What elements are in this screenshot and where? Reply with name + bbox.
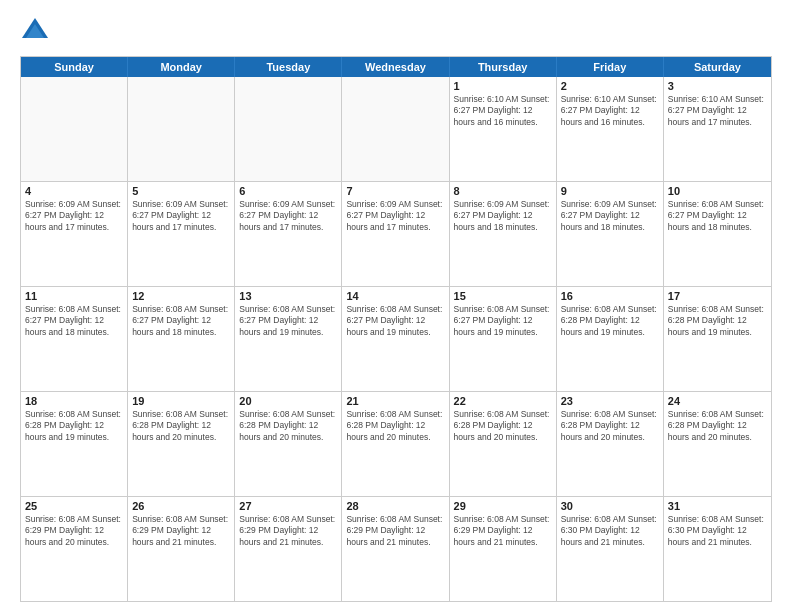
calendar-row-1: 4Sunrise: 6:09 AM Sunset: 6:27 PM Daylig… <box>21 182 771 287</box>
day-info: Sunrise: 6:08 AM Sunset: 6:29 PM Dayligh… <box>454 514 552 548</box>
day-cell-17: 17Sunrise: 6:08 AM Sunset: 6:28 PM Dayli… <box>664 287 771 391</box>
day-number: 22 <box>454 395 552 407</box>
day-number: 5 <box>132 185 230 197</box>
day-number: 16 <box>561 290 659 302</box>
day-cell-3: 3Sunrise: 6:10 AM Sunset: 6:27 PM Daylig… <box>664 77 771 181</box>
empty-cell <box>342 77 449 181</box>
day-cell-8: 8Sunrise: 6:09 AM Sunset: 6:27 PM Daylig… <box>450 182 557 286</box>
day-number: 13 <box>239 290 337 302</box>
day-info: Sunrise: 6:08 AM Sunset: 6:27 PM Dayligh… <box>25 304 123 338</box>
day-info: Sunrise: 6:08 AM Sunset: 6:28 PM Dayligh… <box>25 409 123 443</box>
header <box>20 16 772 46</box>
header-day-wednesday: Wednesday <box>342 57 449 77</box>
day-number: 29 <box>454 500 552 512</box>
day-info: Sunrise: 6:09 AM Sunset: 6:27 PM Dayligh… <box>25 199 123 233</box>
header-day-sunday: Sunday <box>21 57 128 77</box>
day-cell-23: 23Sunrise: 6:08 AM Sunset: 6:28 PM Dayli… <box>557 392 664 496</box>
day-number: 11 <box>25 290 123 302</box>
empty-cell <box>21 77 128 181</box>
day-cell-29: 29Sunrise: 6:08 AM Sunset: 6:29 PM Dayli… <box>450 497 557 601</box>
day-info: Sunrise: 6:10 AM Sunset: 6:27 PM Dayligh… <box>561 94 659 128</box>
day-cell-19: 19Sunrise: 6:08 AM Sunset: 6:28 PM Dayli… <box>128 392 235 496</box>
day-number: 17 <box>668 290 767 302</box>
calendar-row-0: 1Sunrise: 6:10 AM Sunset: 6:27 PM Daylig… <box>21 77 771 182</box>
day-number: 7 <box>346 185 444 197</box>
header-day-thursday: Thursday <box>450 57 557 77</box>
empty-cell <box>128 77 235 181</box>
day-info: Sunrise: 6:08 AM Sunset: 6:28 PM Dayligh… <box>454 409 552 443</box>
day-info: Sunrise: 6:08 AM Sunset: 6:29 PM Dayligh… <box>346 514 444 548</box>
day-info: Sunrise: 6:08 AM Sunset: 6:30 PM Dayligh… <box>561 514 659 548</box>
day-cell-10: 10Sunrise: 6:08 AM Sunset: 6:27 PM Dayli… <box>664 182 771 286</box>
day-number: 12 <box>132 290 230 302</box>
empty-cell <box>235 77 342 181</box>
day-cell-18: 18Sunrise: 6:08 AM Sunset: 6:28 PM Dayli… <box>21 392 128 496</box>
day-number: 23 <box>561 395 659 407</box>
day-number: 31 <box>668 500 767 512</box>
day-info: Sunrise: 6:08 AM Sunset: 6:28 PM Dayligh… <box>668 409 767 443</box>
day-cell-16: 16Sunrise: 6:08 AM Sunset: 6:28 PM Dayli… <box>557 287 664 391</box>
day-cell-2: 2Sunrise: 6:10 AM Sunset: 6:27 PM Daylig… <box>557 77 664 181</box>
page: SundayMondayTuesdayWednesdayThursdayFrid… <box>0 0 792 612</box>
day-info: Sunrise: 6:08 AM Sunset: 6:27 PM Dayligh… <box>132 304 230 338</box>
day-number: 1 <box>454 80 552 92</box>
day-info: Sunrise: 6:10 AM Sunset: 6:27 PM Dayligh… <box>454 94 552 128</box>
day-cell-27: 27Sunrise: 6:08 AM Sunset: 6:29 PM Dayli… <box>235 497 342 601</box>
day-info: Sunrise: 6:09 AM Sunset: 6:27 PM Dayligh… <box>454 199 552 233</box>
day-cell-4: 4Sunrise: 6:09 AM Sunset: 6:27 PM Daylig… <box>21 182 128 286</box>
day-cell-14: 14Sunrise: 6:08 AM Sunset: 6:27 PM Dayli… <box>342 287 449 391</box>
day-info: Sunrise: 6:10 AM Sunset: 6:27 PM Dayligh… <box>668 94 767 128</box>
day-cell-26: 26Sunrise: 6:08 AM Sunset: 6:29 PM Dayli… <box>128 497 235 601</box>
day-number: 8 <box>454 185 552 197</box>
day-number: 30 <box>561 500 659 512</box>
day-cell-13: 13Sunrise: 6:08 AM Sunset: 6:27 PM Dayli… <box>235 287 342 391</box>
day-info: Sunrise: 6:08 AM Sunset: 6:30 PM Dayligh… <box>668 514 767 548</box>
header-day-monday: Monday <box>128 57 235 77</box>
day-cell-9: 9Sunrise: 6:09 AM Sunset: 6:27 PM Daylig… <box>557 182 664 286</box>
day-info: Sunrise: 6:08 AM Sunset: 6:27 PM Dayligh… <box>668 199 767 233</box>
day-info: Sunrise: 6:08 AM Sunset: 6:28 PM Dayligh… <box>346 409 444 443</box>
day-number: 19 <box>132 395 230 407</box>
day-info: Sunrise: 6:08 AM Sunset: 6:27 PM Dayligh… <box>346 304 444 338</box>
day-cell-31: 31Sunrise: 6:08 AM Sunset: 6:30 PM Dayli… <box>664 497 771 601</box>
day-info: Sunrise: 6:09 AM Sunset: 6:27 PM Dayligh… <box>239 199 337 233</box>
header-day-friday: Friday <box>557 57 664 77</box>
day-info: Sunrise: 6:08 AM Sunset: 6:27 PM Dayligh… <box>239 304 337 338</box>
day-cell-7: 7Sunrise: 6:09 AM Sunset: 6:27 PM Daylig… <box>342 182 449 286</box>
day-cell-5: 5Sunrise: 6:09 AM Sunset: 6:27 PM Daylig… <box>128 182 235 286</box>
day-number: 21 <box>346 395 444 407</box>
logo <box>20 16 56 46</box>
day-info: Sunrise: 6:08 AM Sunset: 6:29 PM Dayligh… <box>25 514 123 548</box>
calendar-body: 1Sunrise: 6:10 AM Sunset: 6:27 PM Daylig… <box>21 77 771 601</box>
day-number: 28 <box>346 500 444 512</box>
day-cell-25: 25Sunrise: 6:08 AM Sunset: 6:29 PM Dayli… <box>21 497 128 601</box>
day-cell-20: 20Sunrise: 6:08 AM Sunset: 6:28 PM Dayli… <box>235 392 342 496</box>
day-number: 18 <box>25 395 123 407</box>
day-number: 3 <box>668 80 767 92</box>
day-cell-28: 28Sunrise: 6:08 AM Sunset: 6:29 PM Dayli… <box>342 497 449 601</box>
day-cell-21: 21Sunrise: 6:08 AM Sunset: 6:28 PM Dayli… <box>342 392 449 496</box>
day-cell-12: 12Sunrise: 6:08 AM Sunset: 6:27 PM Dayli… <box>128 287 235 391</box>
calendar-row-4: 25Sunrise: 6:08 AM Sunset: 6:29 PM Dayli… <box>21 497 771 601</box>
calendar-header: SundayMondayTuesdayWednesdayThursdayFrid… <box>21 57 771 77</box>
day-info: Sunrise: 6:09 AM Sunset: 6:27 PM Dayligh… <box>561 199 659 233</box>
calendar: SundayMondayTuesdayWednesdayThursdayFrid… <box>20 56 772 602</box>
day-number: 20 <box>239 395 337 407</box>
calendar-row-3: 18Sunrise: 6:08 AM Sunset: 6:28 PM Dayli… <box>21 392 771 497</box>
day-info: Sunrise: 6:08 AM Sunset: 6:28 PM Dayligh… <box>561 304 659 338</box>
day-number: 27 <box>239 500 337 512</box>
day-info: Sunrise: 6:08 AM Sunset: 6:27 PM Dayligh… <box>454 304 552 338</box>
day-number: 2 <box>561 80 659 92</box>
day-number: 4 <box>25 185 123 197</box>
day-number: 24 <box>668 395 767 407</box>
day-info: Sunrise: 6:08 AM Sunset: 6:29 PM Dayligh… <box>239 514 337 548</box>
day-info: Sunrise: 6:08 AM Sunset: 6:28 PM Dayligh… <box>132 409 230 443</box>
day-cell-15: 15Sunrise: 6:08 AM Sunset: 6:27 PM Dayli… <box>450 287 557 391</box>
day-number: 15 <box>454 290 552 302</box>
day-cell-22: 22Sunrise: 6:08 AM Sunset: 6:28 PM Dayli… <box>450 392 557 496</box>
day-cell-11: 11Sunrise: 6:08 AM Sunset: 6:27 PM Dayli… <box>21 287 128 391</box>
day-number: 6 <box>239 185 337 197</box>
day-info: Sunrise: 6:09 AM Sunset: 6:27 PM Dayligh… <box>346 199 444 233</box>
day-number: 25 <box>25 500 123 512</box>
day-number: 14 <box>346 290 444 302</box>
